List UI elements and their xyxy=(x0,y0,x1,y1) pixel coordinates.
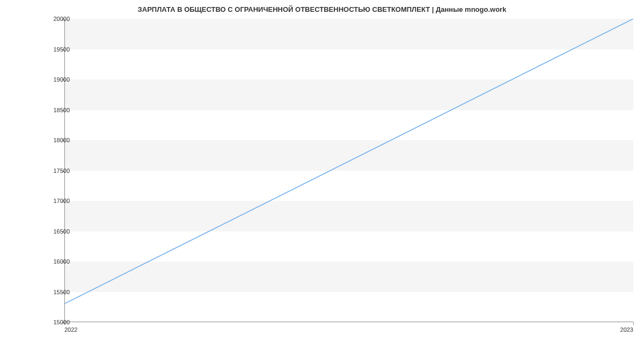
y-axis-tick-label: 19000 xyxy=(43,76,70,83)
y-axis-tick-label: 16000 xyxy=(43,258,70,265)
y-axis-tick-label: 15500 xyxy=(43,289,70,295)
plot-background xyxy=(64,19,633,322)
line-series xyxy=(65,19,633,322)
chart-plot-area xyxy=(64,19,633,322)
y-axis-tick-label: 16500 xyxy=(43,228,70,235)
y-axis-tick-label: 18500 xyxy=(43,107,70,113)
y-axis-tick-label: 20000 xyxy=(43,16,70,22)
x-tick-mark xyxy=(633,322,634,325)
chart-title: ЗАРПЛАТА В ОБЩЕСТВО С ОГРАНИЧЕННОЙ ОТВЕС… xyxy=(0,0,644,16)
y-axis-tick-label: 17500 xyxy=(43,168,70,174)
y-axis-tick-label: 15000 xyxy=(43,319,70,325)
y-axis-tick-label: 18000 xyxy=(43,137,70,143)
y-axis-tick-label: 17000 xyxy=(43,198,70,204)
y-axis-tick-label: 19500 xyxy=(43,46,70,53)
x-axis-tick-label: 2023 xyxy=(620,326,633,333)
x-axis-tick-label: 2022 xyxy=(64,326,77,333)
